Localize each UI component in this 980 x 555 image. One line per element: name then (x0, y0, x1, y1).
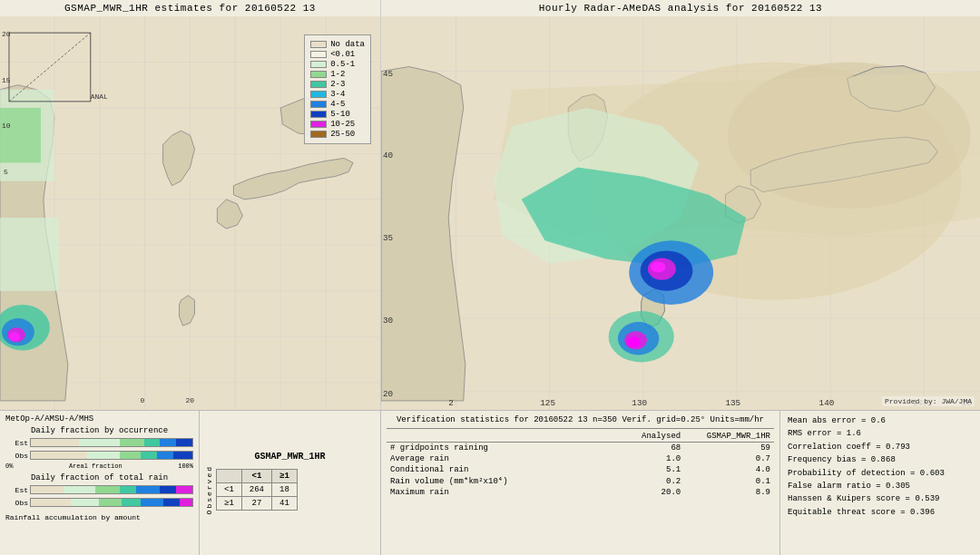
legend-color-25-50 (310, 131, 327, 138)
legend-label-4-5: 4-5 (330, 100, 345, 109)
verif-gsmap-cond-rain: 4.0 (684, 464, 774, 475)
legend-label-10-25: 10-25 (330, 120, 355, 129)
legend-color-nodata (310, 41, 327, 48)
bottom-left-panel: MetOp-A/AMSU-A/MHS Daily fraction by occ… (0, 411, 200, 555)
legend-color-4-5 (310, 101, 327, 108)
mean-abs-error: Mean abs error = 0.6 (788, 414, 973, 427)
obs-bar-total (30, 498, 193, 507)
matrix-val-18: 18 (272, 483, 298, 497)
est-bar-occurrence (30, 438, 193, 447)
matrix-row-ge1: ≥1 27 41 (217, 497, 298, 511)
legend-item-25-50: 25-50 (310, 130, 365, 139)
verif-analysed-gridpoints: 68 (615, 443, 684, 453)
svg-text:40: 40 (383, 151, 393, 161)
legend-item-10-25: 10-25 (310, 120, 365, 129)
obs-label-2: Obs (5, 499, 28, 507)
verif-row-rain-vol: Rain volume (mm*km²x10⁴) 0.2 0.1 (387, 475, 774, 487)
svg-text:2: 2 (448, 398, 454, 408)
rainfall-label: Rainfall accumulation by amount (5, 513, 193, 521)
legend-label-1-2: 1-2 (330, 70, 345, 79)
observed-label: Observed (205, 465, 213, 514)
axis-label: Areal fraction (69, 462, 122, 470)
legend-item-3-4: 3-4 (310, 90, 365, 99)
legend-color-10-25 (310, 121, 327, 128)
daily-total-title: Daily fraction of total rain (5, 473, 193, 482)
daily-fraction-title: Daily fraction by occurrence (5, 426, 193, 435)
obs-bar-row-total: Obs (5, 497, 193, 508)
obs-bar-fill-occurrence (31, 452, 192, 459)
verif-label-rain-vol: Rain volume (mm*km²x10⁴) (387, 475, 615, 487)
verif-label-max-rain: Maximum rain (387, 487, 615, 498)
verif-label-cond-rain: Conditional rain (387, 464, 615, 475)
verif-label-avg-rain: Average rain (387, 453, 615, 464)
verif-row-cond-rain: Conditional rain 5.1 4.0 (387, 464, 774, 475)
bar-axis-occurrence: 0% Areal fraction 100% (5, 462, 193, 470)
axis-start: 0% (5, 462, 13, 470)
est-bar-fill-occurrence (31, 439, 192, 446)
verif-gsmap-max-rain: 8.9 (684, 487, 774, 498)
svg-text:125: 125 (540, 398, 555, 408)
axis-end: 100% (178, 462, 193, 470)
legend-color-1-2 (310, 71, 327, 78)
matrix-col-ge1: ≥1 (272, 470, 298, 483)
legend-item-05-1: 0.5-1 (310, 60, 365, 69)
legend-item-1-2: 1-2 (310, 70, 365, 79)
verif-analysed-avg-rain: 1.0 (615, 453, 684, 464)
matrix-empty-header (217, 470, 242, 483)
freq-bias: Frequency bias = 0.868 (788, 453, 973, 466)
svg-text:35: 35 (383, 233, 393, 243)
svg-text:ANAL: ANAL (91, 92, 108, 101)
svg-point-53 (627, 336, 640, 347)
verif-col-gsmap-header: GSMAP_MWR_1HR (684, 431, 774, 442)
hanssen: Hanssen & Kuipers score = 0.539 (788, 492, 973, 505)
left-map-area: ANAL 20 15 10 5 0 20 (0, 16, 380, 410)
matrix-row-label-lt1: <1 (217, 483, 242, 497)
legend-label-2-3: 2-3 (330, 80, 345, 89)
equitable: Equitable threat score = 0.396 (788, 506, 973, 519)
confusion-matrix-panel: GSMAP_MWR_1HR Observed <1 ≥1 (200, 411, 381, 555)
legend-color-05-1 (310, 61, 327, 68)
obs-bar-fill-total (31, 499, 192, 506)
legend: No data <0.01 0.5-1 1-2 (304, 34, 371, 144)
matrix-wrapper: Observed <1 ≥1 <1 (205, 465, 375, 514)
legend-color-lt001 (310, 51, 327, 58)
obs-bar-occurrence (30, 451, 193, 460)
legend-item-nodata: No data (310, 40, 365, 49)
est-bar-total (30, 485, 193, 494)
legend-item-5-10: 5-10 (310, 110, 365, 119)
verif-analysed-max-rain: 20.0 (615, 487, 684, 498)
svg-point-49 (651, 261, 666, 272)
provided-by-label: Provided by: JWA/JMA (882, 396, 975, 406)
metrics-panel: Mean abs error = 0.6 RMS error = 1.6 Cor… (780, 411, 980, 555)
right-panel-title: Hourly Radar-AMeDAS analysis for 2016052… (381, 0, 980, 16)
svg-text:0: 0 (141, 396, 145, 404)
svg-text:135: 135 (726, 398, 741, 408)
matrix-content: <1 ≥1 <1 264 18 ≥1 (216, 465, 298, 514)
matrix-title: GSMAP_MWR_1HR (205, 452, 375, 462)
legend-label-5-10: 5-10 (330, 110, 350, 119)
verif-header-row: Analysed GSMAP_MWR_1HR (387, 431, 774, 442)
legend-label-05-1: 0.5-1 (330, 60, 355, 69)
est-bar-row-occurrence: Est (5, 437, 193, 448)
est-label-1: Est (5, 439, 28, 447)
legend-item-2-3: 2-3 (310, 80, 365, 89)
verif-row-avg-rain: Average rain 1.0 0.7 (387, 453, 774, 464)
bottom-row: MetOp-A/AMSU-A/MHS Daily fraction by occ… (0, 410, 980, 555)
obs-bar-row-occurrence: Obs (5, 450, 193, 461)
verif-col-analysed-header: Analysed (615, 431, 684, 442)
verif-table: Analysed GSMAP_MWR_1HR # gridpoints rain… (387, 431, 774, 498)
verif-gsmap-avg-rain: 0.7 (684, 453, 774, 464)
svg-text:45: 45 (383, 69, 393, 79)
left-panel: GSMAP_MWR_1HR estimates for 20160522 13 (0, 0, 381, 410)
matrix-val-27: 27 (241, 497, 271, 511)
svg-text:15: 15 (2, 76, 11, 84)
matrix-row-lt1: <1 264 18 (217, 483, 298, 497)
matrix-col-lt1: <1 (241, 470, 271, 483)
svg-text:20: 20 (186, 396, 195, 404)
prob-detection: Probability of detection = 0.603 (788, 467, 973, 480)
verif-header: Verification statistics for 20160522 13 … (387, 414, 774, 426)
right-map-area: 45 40 35 30 20 2 125 130 135 140 145 15 … (381, 16, 980, 410)
matrix-val-41: 41 (272, 497, 298, 511)
legend-label-nodata: No data (330, 40, 365, 49)
verif-label-gridpoints: # gridpoints raining (387, 443, 615, 453)
